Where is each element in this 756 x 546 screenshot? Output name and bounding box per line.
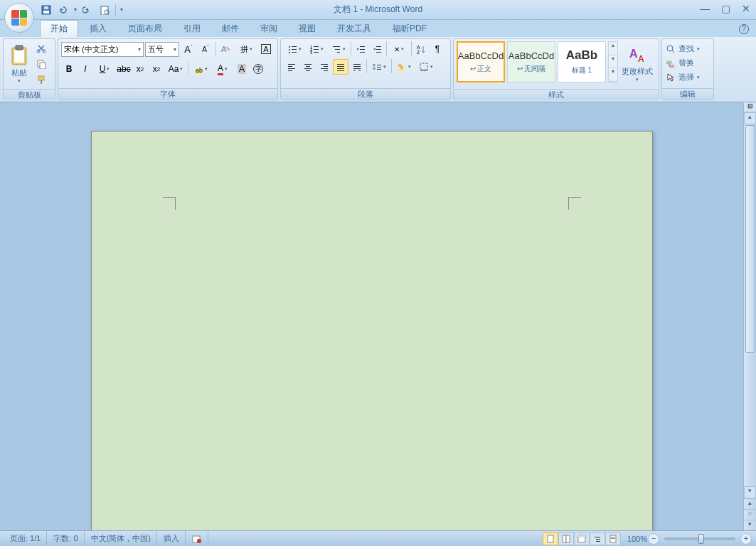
increase-indent-button[interactable]	[369, 41, 385, 57]
web-layout-view-button[interactable]	[574, 532, 590, 545]
font-size-combo[interactable]: 五号▾	[145, 42, 179, 57]
vertical-scrollbar[interactable]: ⊟ ▴ ▾ ▴ ○ ▾	[743, 102, 756, 530]
language-status[interactable]: 中文(简体，中国)	[85, 531, 157, 546]
svg-text:A: A	[638, 54, 644, 64]
replace-button[interactable]: abac替换	[664, 56, 696, 70]
asian-layout-button[interactable]: ✕	[388, 41, 410, 57]
zoom-slider[interactable]	[664, 537, 735, 540]
bold-button[interactable]: B	[61, 61, 77, 77]
subscript-button[interactable]: x2	[132, 61, 148, 77]
phonetic-guide-button[interactable]: 拼	[235, 41, 257, 57]
enclose-characters-button[interactable]: 字	[250, 61, 266, 77]
character-border-button[interactable]: A	[258, 41, 274, 57]
align-right-button[interactable]	[316, 59, 332, 75]
align-justify-button[interactable]	[333, 59, 348, 75]
zoom-in-button[interactable]: +	[740, 533, 752, 545]
sort-button[interactable]: AZ	[413, 41, 429, 57]
tab-home[interactable]: 开始	[40, 20, 78, 37]
find-button[interactable]: 查找▾	[664, 42, 702, 55]
document-area: ⊟ ▴ ▾ ▴ ○ ▾	[0, 102, 756, 530]
style-gallery-scroll[interactable]: ▴▾▾	[608, 41, 618, 82]
svg-rect-47	[306, 70, 310, 71]
format-painter-button[interactable]	[34, 73, 48, 87]
office-button[interactable]	[4, 3, 34, 33]
page-number-status[interactable]: 页面: 1/1	[4, 531, 47, 546]
insert-mode-status[interactable]: 插入	[158, 531, 186, 546]
align-left-button[interactable]	[284, 59, 299, 75]
character-shading-button[interactable]: A	[234, 61, 250, 77]
undo-button[interactable]	[57, 4, 70, 16]
shrink-font-button[interactable]: Aˇ	[198, 41, 213, 57]
scroll-down-button[interactable]: ▾	[744, 486, 756, 498]
clear-formatting-button[interactable]: A	[218, 41, 234, 57]
svg-rect-37	[376, 52, 381, 53]
tab-mailings[interactable]: 邮件	[212, 21, 249, 37]
show-hide-button[interactable]: ¶	[430, 41, 445, 57]
tab-foxit-pdf[interactable]: 福昕PDF	[383, 21, 437, 37]
copy-button[interactable]	[34, 57, 48, 71]
line-spacing-button[interactable]	[368, 59, 390, 75]
outline-view-button[interactable]	[590, 532, 605, 545]
zoom-level[interactable]: 100%	[627, 535, 647, 543]
style-no-spacing[interactable]: AaBbCcDd ↩ 无间隔	[507, 41, 555, 82]
ruler-toggle-button[interactable]: ⊟	[744, 102, 756, 112]
svg-rect-81	[611, 537, 615, 537]
shading-button[interactable]	[393, 59, 415, 75]
style-heading-1[interactable]: AaBb 标题 1	[558, 41, 606, 82]
italic-button[interactable]: I	[78, 61, 93, 77]
document-viewport[interactable]	[0, 102, 743, 530]
highlight-button[interactable]: ab	[190, 61, 211, 77]
print-layout-view-button[interactable]	[543, 532, 558, 545]
change-styles-button[interactable]: AA 更改样式 ▾	[620, 41, 654, 87]
font-color-button[interactable]: A	[212, 61, 233, 77]
superscript-button[interactable]: x2	[149, 61, 164, 77]
help-button[interactable]: ?	[739, 24, 749, 34]
document-page[interactable]	[91, 131, 653, 530]
bullets-button[interactable]	[284, 41, 305, 57]
macro-record-status[interactable]	[186, 531, 208, 546]
scroll-track[interactable]	[744, 353, 756, 486]
save-button[interactable]	[40, 4, 53, 16]
minimize-button[interactable]: —	[700, 3, 710, 14]
svg-rect-33	[360, 49, 365, 50]
borders-button[interactable]	[415, 59, 437, 75]
maximize-button[interactable]: ▢	[721, 3, 730, 14]
scroll-up-button[interactable]: ▴	[744, 112, 756, 124]
zoom-out-button[interactable]: −	[648, 533, 659, 545]
full-screen-reading-view-button[interactable]	[558, 532, 574, 545]
next-page-button[interactable]: ▾	[744, 520, 756, 530]
style-normal[interactable]: AaBbCcDd ↩ 正文	[457, 41, 505, 82]
select-button[interactable]: 选择▾	[664, 70, 702, 84]
paste-button[interactable]: 粘贴 ▾	[6, 41, 32, 87]
tab-view[interactable]: 视图	[289, 21, 326, 37]
qat-customize-icon[interactable]: ▾	[120, 6, 123, 13]
svg-text:A: A	[221, 45, 227, 53]
decrease-indent-button[interactable]	[353, 41, 368, 57]
close-button[interactable]: ✕	[742, 3, 750, 14]
tab-references[interactable]: 引用	[174, 21, 211, 37]
cut-button[interactable]	[34, 41, 48, 55]
svg-rect-59	[377, 65, 381, 65]
zoom-slider-thumb[interactable]	[698, 534, 704, 544]
prev-page-button[interactable]: ▴	[744, 498, 756, 509]
numbering-button[interactable]: 123	[306, 41, 327, 57]
change-case-button[interactable]: Aa	[165, 61, 186, 77]
underline-button[interactable]: U	[94, 61, 115, 77]
undo-dropdown-icon[interactable]: ▾	[74, 6, 77, 13]
word-count-status[interactable]: 字数: 0	[48, 531, 84, 546]
grow-font-button[interactable]: Aˆ	[181, 41, 196, 57]
tab-insert[interactable]: 插入	[80, 21, 117, 37]
tab-review[interactable]: 审阅	[250, 21, 287, 37]
scroll-thumb[interactable]	[745, 125, 755, 353]
strikethrough-button[interactable]: abc	[116, 61, 132, 77]
tab-page-layout[interactable]: 页面布局	[118, 21, 172, 37]
browse-object-button[interactable]: ○	[744, 509, 756, 520]
align-center-button[interactable]	[300, 59, 316, 75]
redo-button[interactable]	[81, 4, 94, 16]
font-name-combo[interactable]: 宋体 (中文正文)▾	[61, 42, 144, 57]
multilevel-list-button[interactable]	[328, 41, 349, 57]
tab-developer[interactable]: 开发工具	[327, 21, 381, 37]
align-distributed-button[interactable]	[349, 59, 365, 75]
print-preview-button[interactable]	[98, 4, 111, 16]
draft-view-button[interactable]	[605, 532, 621, 545]
